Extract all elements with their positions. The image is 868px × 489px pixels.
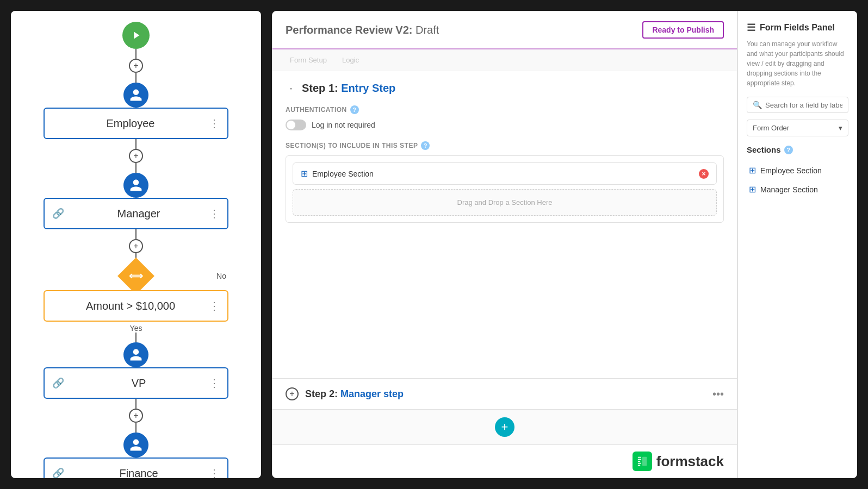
vp-label: VP: [69, 377, 209, 390]
step1-content: - Step 1: Entry Step AUTHENTICATION ? Lo…: [272, 71, 737, 378]
sections-heading-text: Sections: [747, 145, 781, 154]
manager-step-box[interactable]: 🔗 Manager ⋮: [44, 198, 228, 229]
step1-header: - Step 1: Entry Step: [286, 82, 724, 95]
tab-form-setup[interactable]: Form Setup: [286, 54, 331, 66]
workflow-panel: + Employee ⋮ + 🔗 Manager ⋮ +: [11, 11, 261, 478]
add-btn-3[interactable]: +: [129, 239, 143, 253]
sections-panel-help-icon[interactable]: ?: [784, 146, 793, 154]
connector-4: [135, 333, 137, 342]
connector-1: +: [129, 49, 143, 83]
employee-step-box[interactable]: Employee ⋮: [44, 108, 228, 139]
auth-help-icon[interactable]: ?: [350, 105, 359, 114]
svg-rect-5: [637, 465, 640, 466]
sections-help-icon[interactable]: ?: [421, 141, 430, 150]
condition-diamond[interactable]: ⟺: [123, 263, 149, 289]
field-section-manager-label: Manager Section: [760, 185, 818, 194]
auth-text: Log in not required: [312, 121, 375, 129]
start-node[interactable]: [122, 22, 150, 49]
finance-label: Finance: [69, 467, 209, 479]
fields-desc: You can manage your workflow and what yo…: [747, 39, 848, 88]
manager-link-icon: 🔗: [52, 208, 64, 220]
condition-menu[interactable]: ⋮: [209, 299, 220, 312]
formstack-logo: formstack: [272, 444, 737, 478]
step1-title: Step 1: Entry Step: [302, 82, 395, 95]
field-section-employee-icon: ⊞: [749, 165, 756, 175]
employee-label: Employee: [52, 117, 209, 130]
connector-5: +: [129, 399, 143, 432]
main-panel: Performance Review V2: Draft Ready to Pu…: [272, 11, 737, 478]
remove-section-btn[interactable]: ×: [699, 169, 709, 179]
drop-zone[interactable]: Drag and Drop a Section Here: [293, 189, 717, 216]
step1-toggle[interactable]: -: [286, 83, 296, 94]
finance-avatar: [123, 432, 148, 457]
ready-to-publish-button[interactable]: Ready to Publish: [642, 21, 724, 39]
fields-panel-title: ☰ Form Fields Panel: [747, 22, 848, 34]
search-box: 🔍: [747, 97, 848, 113]
manager-menu[interactable]: ⋮: [209, 207, 220, 220]
add-step-btn[interactable]: +: [495, 417, 514, 437]
add-btn-5[interactable]: +: [129, 409, 143, 423]
finance-link-icon: 🔗: [52, 467, 64, 478]
field-section-employee-label: Employee Section: [760, 166, 822, 175]
line-2b: [135, 163, 137, 173]
chip-label: Employee Section: [312, 170, 695, 178]
sections-heading: Sections ?: [747, 145, 848, 154]
field-section-manager-icon: ⊞: [749, 184, 756, 195]
line-3: [135, 229, 137, 239]
dropdown-chevron-icon: ▾: [839, 124, 842, 132]
yes-label: Yes: [130, 324, 142, 333]
step2-toggle[interactable]: +: [286, 387, 299, 400]
condition-label: Amount > $10,000: [52, 300, 209, 312]
sections-container: ⊞ Employee Section × Drag and Drop a Sec…: [286, 155, 724, 223]
condition-step-box[interactable]: Amount > $10,000 ⋮: [44, 290, 228, 322]
search-icon: 🔍: [753, 101, 762, 109]
fields-panel: ☰ Form Fields Panel You can manage your …: [737, 11, 857, 478]
form-order-dropdown[interactable]: Form Order ▾: [747, 120, 848, 136]
field-section-manager[interactable]: ⊞ Manager Section: [747, 180, 848, 199]
vp-menu[interactable]: ⋮: [209, 377, 220, 390]
line-5b: [135, 423, 137, 432]
finance-menu[interactable]: ⋮: [209, 467, 220, 478]
tab-logic[interactable]: Logic: [338, 54, 363, 66]
line-1b: [135, 73, 137, 83]
employee-avatar: [123, 83, 148, 108]
svg-rect-6: [642, 457, 647, 466]
svg-rect-1: [637, 457, 641, 458]
step2-title: Step 2: Manager step: [305, 388, 712, 400]
search-input[interactable]: [765, 101, 842, 109]
workflow-chain: + Employee ⋮ + 🔗 Manager ⋮ +: [11, 22, 261, 478]
add-btn-2[interactable]: +: [129, 149, 143, 163]
finance-step-box[interactable]: 🔗 Finance ⋮: [44, 457, 228, 478]
login-toggle[interactable]: [286, 120, 306, 130]
employee-menu[interactable]: ⋮: [209, 117, 220, 130]
svg-rect-2: [637, 459, 641, 460]
chip-section-icon: ⊞: [301, 168, 308, 179]
line-5: [135, 399, 137, 409]
fs-icon: [633, 452, 652, 471]
step2-menu[interactable]: •••: [712, 388, 724, 400]
panel-header: Performance Review V2: Draft Ready to Pu…: [272, 11, 737, 49]
sections-label-text: SECTION(S) TO INCLUDE IN THIS STEP: [286, 142, 418, 149]
toggle-knob: [287, 121, 295, 129]
add-btn-1[interactable]: +: [129, 59, 143, 73]
svg-rect-4: [637, 463, 641, 464]
panel-icon: ☰: [747, 22, 755, 34]
manager-label: Manager: [69, 208, 209, 220]
sections-include-label: SECTION(S) TO INCLUDE IN THIS STEP ?: [286, 141, 724, 150]
auth-section-label: AUTHENTICATION ?: [286, 105, 724, 114]
svg-marker-0: [134, 32, 139, 39]
line-2: [135, 139, 137, 149]
field-section-employee[interactable]: ⊞ Employee Section: [747, 161, 848, 180]
line-1: [135, 49, 137, 59]
formstack-text: formstack: [656, 453, 724, 470]
tabs-bar: Form Setup Logic: [272, 49, 737, 71]
no-label: No: [216, 272, 226, 280]
connector-2: +: [129, 139, 143, 173]
vp-link-icon: 🔗: [52, 377, 64, 389]
vp-step-box[interactable]: 🔗 VP ⋮: [44, 367, 228, 399]
dropdown-label: Form Order: [753, 124, 789, 132]
auth-row: Log in not required: [286, 120, 724, 130]
step2-row[interactable]: + Step 2: Manager step •••: [272, 378, 737, 409]
vp-avatar: [123, 342, 148, 367]
panel-title-label: Form Fields Panel: [760, 23, 835, 33]
